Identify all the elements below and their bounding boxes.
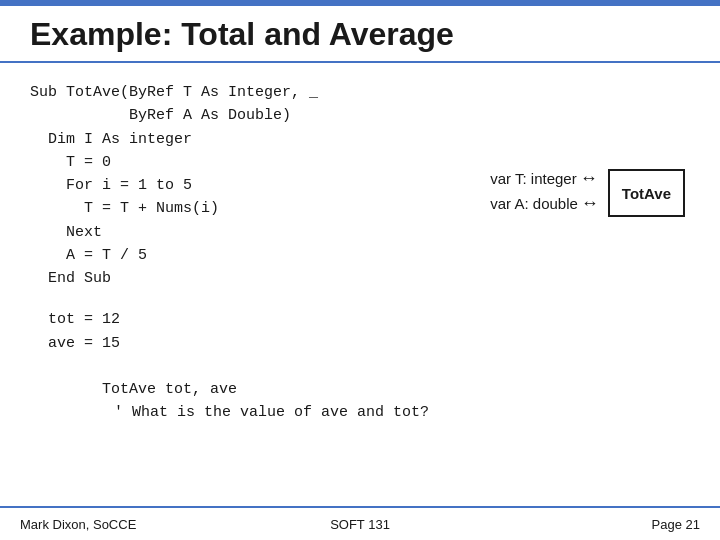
vars-col: var T: integer ↔ var A: double ↔	[490, 168, 602, 218]
code-block: Sub TotAve(ByRef T As Integer, _ ByRef A…	[30, 81, 690, 448]
var-a-row: var A: double ↔	[490, 193, 602, 214]
code-line-2: ByRef A As Double)	[30, 104, 690, 127]
var-a-label: var A: double	[490, 195, 578, 212]
page-title: Example: Total and Average	[30, 16, 454, 52]
code-line-12: ave = 15	[30, 332, 690, 355]
code-line-8: A = T / 5	[30, 244, 690, 267]
var-t-label: var T: integer	[490, 170, 576, 187]
code-line-3: Dim I As integer	[30, 128, 690, 151]
footer-course: SOFT 131	[247, 517, 474, 532]
code-line-7: Next	[30, 221, 690, 244]
arrow-a-icon: ↔	[581, 193, 599, 214]
footer-page: Page 21	[473, 517, 700, 532]
code-line-11: tot = 12	[30, 308, 690, 331]
code-line-13: TotAve tot, ave ' What is the value of a…	[30, 355, 690, 448]
empty-line	[30, 290, 690, 308]
footer: Mark Dixon, SoCCE SOFT 131 Page 21	[0, 506, 720, 540]
diagram-wrapper: var T: integer ↔ var A: double ↔ TotAve	[490, 168, 685, 218]
title-area: Example: Total and Average	[0, 6, 720, 63]
code-line-9: End Sub	[30, 267, 690, 290]
call-comment: ' What is the value of ave and tot?	[114, 404, 429, 421]
var-t-row: var T: integer ↔	[490, 168, 602, 189]
totave-call: TotAve tot, ave	[84, 381, 237, 398]
arrow-t-icon: ↔	[580, 168, 598, 189]
totave-badge: TotAve	[608, 169, 685, 217]
footer-author: Mark Dixon, SoCCE	[20, 517, 247, 532]
content-area: Sub TotAve(ByRef T As Integer, _ ByRef A…	[0, 63, 720, 458]
code-line-1: Sub TotAve(ByRef T As Integer, _	[30, 81, 690, 104]
